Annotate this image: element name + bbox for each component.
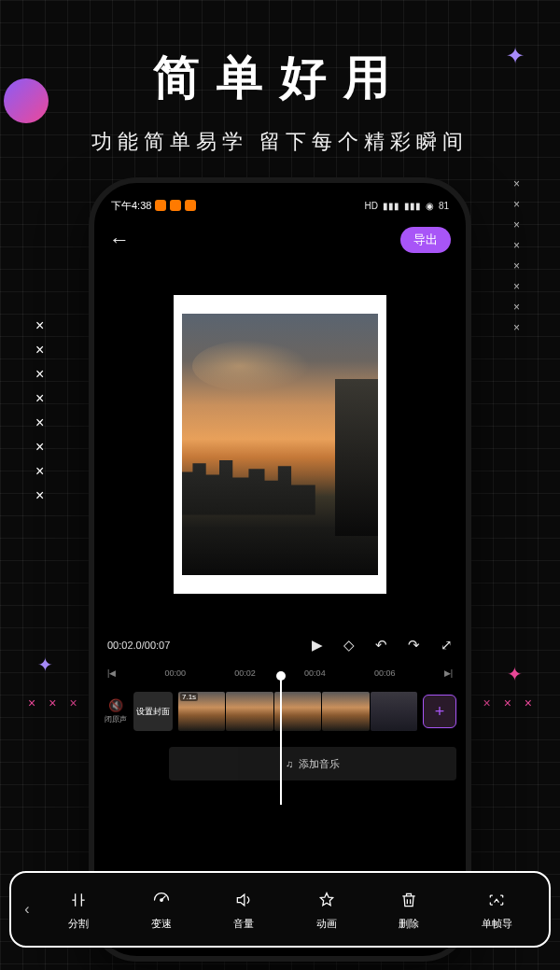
mute-toggle[interactable]: 🔇 闭原声 — [104, 698, 128, 724]
speedometer-icon — [152, 889, 171, 911]
playback-time: 00:02.0/00:07 — [107, 640, 170, 651]
tool-volume[interactable]: 音量 — [233, 889, 254, 931]
photo-frame — [174, 295, 386, 594]
video-preview — [182, 314, 378, 575]
speaker-icon: 🔇 — [108, 698, 123, 712]
split-icon — [69, 889, 88, 911]
tool-frame-export[interactable]: 单帧导 — [482, 889, 512, 931]
signal-icon: ▮▮▮ — [404, 201, 421, 211]
frame-export-icon — [487, 889, 506, 911]
play-icon[interactable]: ▶ — [312, 637, 323, 654]
undo-icon[interactable]: ↶ — [375, 637, 387, 654]
deco-x-row: ××× — [28, 696, 77, 710]
status-bar: 下午4:38 HD ▮▮▮ ▮▮▮ ◉ 81 — [94, 192, 466, 218]
status-time: 下午4:38 — [111, 199, 151, 213]
edit-toolbar: ‹ 分割 变速 音量 动画 — [9, 871, 551, 948]
deco-x-pattern: ×××××××× — [35, 317, 67, 504]
export-button[interactable]: 导出 — [400, 227, 451, 253]
redo-icon[interactable]: ↷ — [408, 637, 420, 654]
clip-thumbnail[interactable] — [322, 692, 369, 731]
skip-end-icon[interactable]: ▶| — [444, 668, 453, 678]
deco-sparkle-icon: ✦ — [37, 654, 53, 676]
clip-strip[interactable]: 7.1s — [178, 692, 417, 731]
add-music-button[interactable]: ♫ 添加音乐 — [169, 747, 456, 780]
star-icon — [317, 889, 336, 911]
clip-thumbnail[interactable] — [226, 692, 273, 731]
tool-speed[interactable]: 变速 — [151, 889, 172, 931]
hero-subtitle: 功能简单易学 留下每个精彩瞬间 — [0, 128, 560, 156]
skip-start-icon[interactable]: |◀ — [107, 668, 116, 678]
svg-point-0 — [161, 898, 163, 901]
playback-controls: 00:02.0/00:07 ▶ ◇ ↶ ↷ ⤢ — [94, 627, 466, 663]
tool-delete[interactable]: 删除 — [399, 889, 419, 931]
keyframe-icon[interactable]: ◇ — [343, 637, 355, 654]
music-note-icon: ♫ — [286, 758, 293, 769]
toolbar-back-icon[interactable]: ‹ — [17, 901, 37, 918]
hero-title: 简单好用 — [0, 47, 560, 109]
deco-x-row: ××× — [483, 696, 532, 710]
status-hd: HD — [364, 201, 377, 211]
volume-icon — [234, 889, 253, 911]
clip-thumbnail[interactable] — [371, 692, 417, 731]
fullscreen-icon[interactable]: ⤢ — [441, 637, 453, 654]
deco-x-pattern: ×××××××× — [513, 177, 545, 334]
status-app-icon — [170, 200, 181, 211]
phone-mockup: 下午4:38 HD ▮▮▮ ▮▮▮ ◉ 81 ← 导出 00:02.0/00:0… — [89, 177, 471, 962]
timeline-track[interactable]: 🔇 闭原声 设置封面 7.1s + — [94, 683, 466, 739]
set-cover-button[interactable]: 设置封面 — [133, 692, 173, 731]
add-clip-button[interactable]: + — [423, 695, 456, 728]
wifi-icon: ◉ — [426, 201, 434, 211]
status-app-icon — [185, 200, 196, 211]
battery-level: 81 — [439, 201, 449, 211]
deco-sparkle-icon: ✦ — [507, 663, 523, 685]
tool-animation[interactable]: 动画 — [316, 889, 337, 931]
app-header: ← 导出 — [94, 218, 466, 261]
back-arrow-icon[interactable]: ← — [109, 228, 130, 252]
signal-icon: ▮▮▮ — [383, 201, 399, 211]
video-canvas[interactable] — [94, 261, 466, 627]
status-app-icon — [155, 200, 166, 211]
playhead[interactable] — [280, 674, 282, 805]
clip-thumbnail[interactable]: 7.1s — [178, 692, 225, 731]
trash-icon — [399, 889, 418, 911]
tool-split[interactable]: 分割 — [68, 889, 89, 931]
